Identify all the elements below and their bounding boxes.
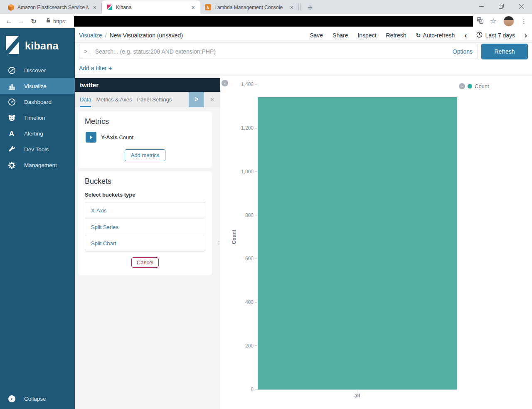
apply-changes-button[interactable] bbox=[189, 92, 204, 107]
share-button[interactable]: Share bbox=[332, 32, 348, 39]
inspect-button[interactable]: Inspect bbox=[357, 32, 376, 39]
tab-title: Lambda Management Console bbox=[214, 5, 286, 10]
main-column: Visualize / New Visualization (unsaved) … bbox=[75, 28, 532, 409]
y-tick-label: 600 bbox=[220, 256, 254, 261]
browser-tab-lambda[interactable]: λ Lambda Management Console × bbox=[200, 0, 299, 14]
close-icon[interactable]: × bbox=[190, 4, 196, 11]
restore-button[interactable] bbox=[497, 2, 505, 10]
tab-metrics-axes[interactable]: Metrics & Axes bbox=[96, 92, 132, 107]
sidebar-item-label: Visualize bbox=[24, 83, 47, 89]
bucket-option-x-axis[interactable]: X-Axis bbox=[85, 202, 205, 219]
editor-tabs: Data Metrics & Axes Panel Settings × bbox=[75, 92, 220, 107]
legend-color-dot[interactable] bbox=[468, 84, 472, 89]
close-window-button[interactable] bbox=[517, 2, 525, 10]
kibana-brand: kibana bbox=[0, 28, 75, 62]
legend-toggle-icon[interactable]: › bbox=[459, 83, 465, 89]
metric-row[interactable]: Y-Axis Count bbox=[86, 132, 205, 143]
time-range-label: Last 7 days bbox=[485, 32, 515, 39]
bucket-type-list: X-Axis Split Series Split Chart bbox=[85, 202, 205, 251]
add-metrics-button[interactable]: Add metrics bbox=[125, 149, 166, 161]
y-tick-label: 400 bbox=[220, 299, 254, 305]
bar[interactable] bbox=[258, 97, 457, 389]
back-button[interactable]: ← bbox=[2, 17, 15, 25]
browser-tab-kibana[interactable]: Kibana × bbox=[102, 0, 200, 14]
buckets-card: Buckets Select buckets type X-Axis Split… bbox=[78, 171, 212, 275]
minimize-button[interactable] bbox=[477, 2, 485, 10]
reload-button[interactable]: ↻ bbox=[27, 17, 40, 25]
sidebar-item-alerting[interactable]: A Alerting bbox=[0, 126, 75, 141]
sidebar-item-devtools[interactable]: Dev Tools bbox=[0, 141, 75, 157]
breadcrumb-separator: / bbox=[105, 32, 107, 39]
sidebar-item-management[interactable]: Management bbox=[0, 157, 75, 173]
chart-legend: › Count bbox=[459, 83, 489, 89]
chart-pane: ‹ › Count 1,400 1,200 1,000 800 600 400 … bbox=[220, 76, 532, 409]
metrics-heading: Metrics bbox=[85, 117, 205, 126]
add-filter-button[interactable]: Add a filter + bbox=[79, 64, 112, 71]
address-bar[interactable]: https: bbox=[46, 17, 66, 25]
time-range-picker[interactable]: Last 7 days bbox=[476, 32, 515, 39]
collapse-left-icon: ‹ bbox=[7, 395, 16, 402]
y-tick-label: 1,200 bbox=[220, 125, 254, 131]
browser-tab-elasticsearch[interactable]: Amazon Elasticsearch Service Ma × bbox=[3, 0, 102, 14]
legend-entry-count[interactable]: Count bbox=[475, 83, 489, 89]
app-header: Visualize / New Visualization (unsaved) … bbox=[75, 28, 532, 43]
sidebar-item-dashboard[interactable]: Dashboard bbox=[0, 94, 75, 110]
panel-resizer-handle[interactable]: ⋮ bbox=[216, 239, 222, 246]
compass-icon bbox=[7, 67, 16, 74]
search-row: >_ Options Refresh bbox=[75, 43, 532, 60]
sidebar-item-label: Management bbox=[24, 162, 57, 168]
gear-icon bbox=[7, 161, 16, 169]
options-link[interactable]: Options bbox=[453, 48, 473, 55]
redacted-url bbox=[74, 16, 473, 27]
editor-cards: Metrics Y-Axis Count Add metrics B bbox=[75, 107, 220, 275]
bucket-option-split-series[interactable]: Split Series bbox=[85, 219, 205, 235]
filter-bar: Add a filter + bbox=[75, 60, 532, 76]
sidebar-item-discover[interactable]: Discover bbox=[0, 62, 75, 78]
breadcrumb-visualize-link[interactable]: Visualize bbox=[79, 32, 102, 39]
expand-metric-button[interactable] bbox=[86, 132, 96, 143]
search-input[interactable] bbox=[95, 48, 453, 55]
refresh-action-button[interactable]: Refresh bbox=[386, 32, 406, 39]
sidebar-item-timelion[interactable]: Timelion bbox=[0, 110, 75, 126]
timelion-icon bbox=[7, 114, 16, 122]
header-actions: Save Share Inspect Refresh ↻ Auto-refres… bbox=[310, 31, 527, 40]
y-tick-label: 1,000 bbox=[220, 169, 254, 175]
discard-changes-button[interactable]: × bbox=[204, 92, 220, 107]
close-icon[interactable]: × bbox=[92, 4, 98, 11]
time-back-button[interactable]: ‹ bbox=[464, 31, 467, 40]
forward-button[interactable]: → bbox=[15, 17, 27, 25]
time-forward-button[interactable]: › bbox=[525, 31, 527, 40]
save-button[interactable]: Save bbox=[310, 32, 323, 39]
new-tab-button[interactable]: + bbox=[305, 3, 315, 12]
metric-label: Y-Axis Count bbox=[101, 134, 133, 140]
sidebar-spacer bbox=[0, 173, 75, 391]
search-box[interactable]: >_ Options bbox=[79, 44, 478, 59]
y-tick-label: 1,400 bbox=[220, 81, 254, 87]
auto-refresh-button[interactable]: ↻ Auto-refresh bbox=[416, 32, 455, 39]
sidebar-collapse-button[interactable]: ‹ Collapse bbox=[0, 391, 75, 407]
aws-cube-icon bbox=[7, 4, 14, 11]
brand-text: kibana bbox=[25, 40, 59, 52]
clock-icon bbox=[476, 32, 483, 39]
search-refresh-button[interactable]: Refresh bbox=[481, 44, 528, 59]
bar-chart-icon bbox=[7, 82, 16, 90]
sidebar-item-label: Discover bbox=[24, 67, 46, 74]
browser-menu-icon[interactable]: ⋮ bbox=[521, 17, 527, 25]
tab-spacer bbox=[172, 92, 189, 107]
sidebar-item-label: Alerting bbox=[24, 131, 43, 137]
close-icon[interactable]: × bbox=[289, 4, 295, 11]
bookmark-star-icon[interactable]: ☆ bbox=[490, 17, 497, 26]
buckets-heading: Buckets bbox=[85, 177, 205, 186]
bucket-option-split-chart[interactable]: Split Chart bbox=[85, 235, 205, 251]
sidebar-item-visualize[interactable]: Visualize bbox=[0, 78, 75, 94]
cancel-button[interactable]: Cancel bbox=[131, 257, 159, 268]
translate-icon[interactable] bbox=[477, 17, 483, 25]
auto-refresh-icon: ↻ bbox=[416, 32, 421, 39]
tab-divider bbox=[300, 4, 301, 11]
index-pattern-name: twitter bbox=[80, 81, 99, 89]
kibana-app: kibana Discover Visualize Dashboard Time bbox=[0, 28, 532, 409]
tab-panel-settings[interactable]: Panel Settings bbox=[137, 92, 172, 107]
breadcrumb-page: New Visualization (unsaved) bbox=[110, 32, 183, 39]
tab-data[interactable]: Data bbox=[80, 92, 91, 107]
avatar[interactable] bbox=[503, 16, 514, 27]
